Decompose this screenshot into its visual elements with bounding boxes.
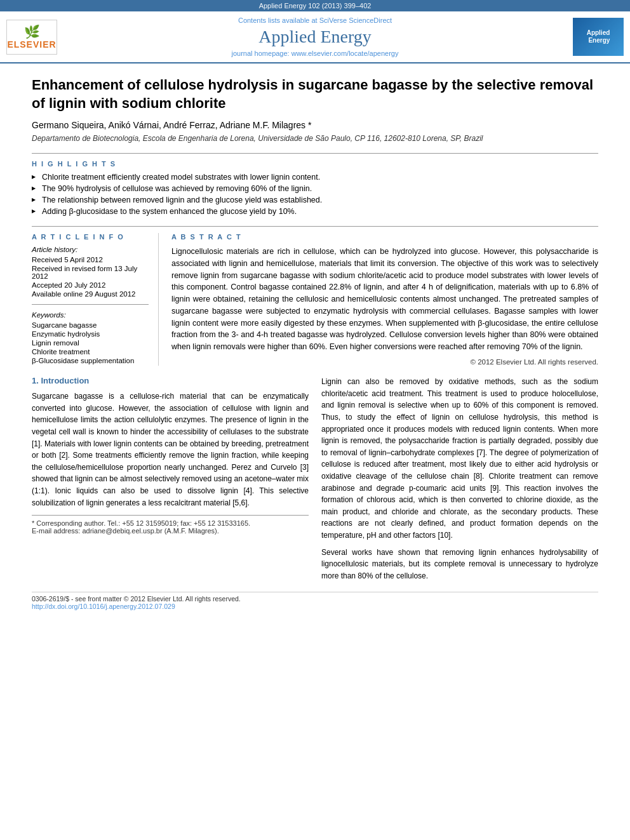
body-left-col: 1. Introduction Sugarcane bagasse is a c… [32,376,309,587]
highlights-list: Chlorite treatment efficiently created m… [32,173,598,216]
keyword-1: Sugarcane bagasse [32,321,149,329]
journal-header: 🌿 ELSEVIER Contents lists available at S… [0,11,630,63]
keywords-label: Keywords: [32,311,149,319]
page: Applied Energy 102 (2013) 399–402 🌿 ELSE… [0,0,630,840]
ae-logo-text: AppliedEnergy [587,29,610,44]
footnote-corresponding: * Corresponding author. Tel.: +55 12 315… [32,519,309,527]
abstract-label: A B S T R A C T [171,233,598,241]
highlight-item: Chlorite treatment efficiently created m… [32,173,598,182]
highlight-item: Adding β-glucosidase to the system enhan… [32,207,598,216]
elsevier-tree-icon: 🌿 [24,24,40,39]
journal-citation: Applied Energy 102 (2013) 399–402 [259,2,372,10]
keyword-2: Enzymatic hydrolysis [32,330,149,338]
keyword-5: β-Glucosidase supplementation [32,357,149,364]
page-footer: 0306-2619/$ - see front matter © 2012 El… [32,592,598,610]
revised-date: Received in revised form 13 July 2012 [32,265,149,280]
divider-2 [32,226,598,227]
article-info-col: A R T I C L E I N F O Article history: R… [32,233,159,366]
keywords-section: Keywords: Sugarcane bagasse Enzymatic hy… [32,311,149,364]
received-date: Received 5 April 2012 [32,256,149,263]
abstract-text: Lignocellulosic materials are rich in ce… [171,246,598,353]
applied-energy-logo: AppliedEnergy [573,18,624,56]
affiliation: Departamento de Biotecnologia, Escola de… [32,134,598,143]
intro-right-para2: Several works have shown that removing l… [321,547,598,582]
authors: Germano Siqueira, Anikó Várnai, André Fe… [32,120,598,130]
keyword-4: Chlorite treatment [32,348,149,356]
article-history-label: Article history: [32,246,149,253]
body-cols: 1. Introduction Sugarcane bagasse is a c… [32,376,598,587]
intro-left-para1: Sugarcane bagasse is a cellulose-rich ma… [32,390,309,509]
footnote: * Corresponding author. Tel.: +55 12 315… [32,515,309,535]
divider-1 [32,153,598,154]
intro-heading: 1. Introduction [32,376,309,385]
footnote-email: E-mail address: adriane@debiq.eel.usp.br… [32,527,309,535]
footer-doi: http://dx.doi.org/10.1016/j.apenergy.201… [32,603,598,610]
elsevier-brand-text: ELSEVIER [7,39,56,50]
journal-homepage: journal homepage: www.elsevier.com/locat… [70,50,560,57]
available-date: Available online 29 August 2012 [32,290,149,298]
info-abstract-cols: A R T I C L E I N F O Article history: R… [32,233,598,366]
highlights-label: H I G H L I G H T S [32,160,598,168]
elsevier-logo: 🌿 ELSEVIER [6,20,57,55]
applied-energy-logo-area: AppliedEnergy [566,18,624,56]
article-info-label: A R T I C L E I N F O [32,233,149,241]
intro-right-para1: Lignin can also be removed by oxidative … [321,376,598,541]
keyword-3: Lignin removal [32,339,149,347]
authors-text: Germano Siqueira, Anikó Várnai, André Fe… [32,120,311,130]
highlight-item: The relationship between removed lignin … [32,196,598,204]
elsevier-logo-area: 🌿 ELSEVIER [6,20,64,55]
divider-3 [32,304,149,305]
journal-title: Applied Energy [70,27,560,47]
copyright: © 2012 Elsevier Ltd. All rights reserved… [171,358,598,366]
footer-issn: 0306-2619/$ - see front matter © 2012 El… [32,595,598,603]
accepted-date: Accepted 20 July 2012 [32,281,149,289]
body-right-col: Lignin can also be removed by oxidative … [321,376,598,587]
article-title: Enhancement of cellulose hydrolysis in s… [32,76,598,112]
abstract-col: A B S T R A C T Lignocellulosic material… [171,233,598,366]
journal-citation-bar: Applied Energy 102 (2013) 399–402 [0,0,630,11]
sciverse-text: Contents lists available at SciVerse Sci… [70,17,560,24]
main-content: Enhancement of cellulose hydrolysis in s… [0,63,630,623]
journal-center: Contents lists available at SciVerse Sci… [64,17,566,57]
highlight-item: The 90% hydrolysis of cellulose was achi… [32,184,598,193]
